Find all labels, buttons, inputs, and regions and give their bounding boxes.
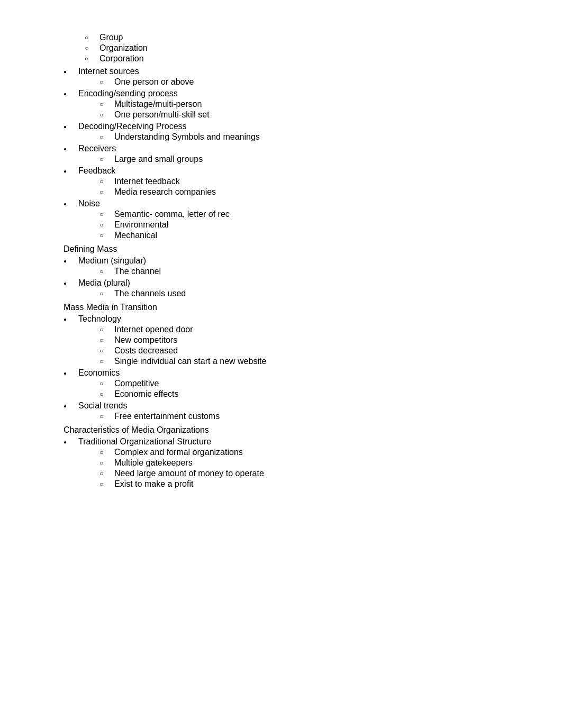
list-item: Need large amount of money to operate (99, 469, 520, 478)
section-heading-defining-mass: Defining Mass (64, 244, 520, 254)
list-item: Understanding Symbols and meanings (99, 132, 520, 142)
list-item: Single individual can start a new websit… (99, 357, 520, 366)
section-0: Internet sources One person or above Enc… (64, 67, 520, 240)
level2-list: Large and small groups (99, 154, 520, 164)
level2-list: Internet feedback Media research compani… (99, 177, 520, 197)
section-2: Mass Media in Transition Technology Inte… (64, 303, 520, 421)
section-1: Defining Mass Medium (singular) The chan… (64, 244, 520, 298)
list-item: Feedback Internet feedback Media researc… (64, 166, 520, 197)
top-sublist: Group Organization Corporation (85, 33, 520, 63)
list-item: Competitive (99, 379, 520, 388)
list-item: Noise Semantic- comma, letter of rec Env… (64, 199, 520, 240)
list-item: Corporation (85, 54, 520, 63)
list-item: The channel (99, 267, 520, 276)
list-item: Large and small groups (99, 154, 520, 164)
list-item: Internet opened door (99, 325, 520, 334)
top-continuation-block: Group Organization Corporation (64, 33, 520, 63)
level2-list: One person or above (99, 77, 520, 87)
list-item: Decoding/Receiving Process Understanding… (64, 122, 520, 142)
list-item: Social trends Free entertainment customs (64, 401, 520, 421)
level2-list: Complex and formal organizations Multipl… (99, 448, 520, 489)
level2-list: Free entertainment customs (99, 412, 520, 421)
list-item: Medium (singular) The channel (64, 256, 520, 276)
list-item: Multiple gatekeepers (99, 458, 520, 468)
level2-list: The channel (99, 267, 520, 276)
list-item: Costs decreased (99, 346, 520, 356)
list-item: One person or above (99, 77, 520, 87)
list-item: Media (plural) The channels used (64, 278, 520, 298)
list-item: New competitors (99, 335, 520, 345)
level2-list: The channels used (99, 289, 520, 298)
section-heading-characteristics: Characteristics of Media Organizations (64, 425, 520, 435)
level1-list-1: Medium (singular) The channel Media (plu… (64, 256, 520, 298)
level2-list: Multistage/multi-person One person/multi… (99, 99, 520, 120)
list-item: Traditional Organizational Structure Com… (64, 437, 520, 489)
list-item: Complex and formal organizations (99, 448, 520, 457)
list-item: Economic effects (99, 389, 520, 399)
list-item: Internet feedback (99, 177, 520, 186)
section-3: Characteristics of Media Organizations T… (64, 425, 520, 489)
list-item: The channels used (99, 289, 520, 298)
list-item: Encoding/sending process Multistage/mult… (64, 89, 520, 120)
level1-list-2: Technology Internet opened door New comp… (64, 314, 520, 421)
list-item: Receivers Large and small groups (64, 144, 520, 164)
list-item: Free entertainment customs (99, 412, 520, 421)
level2-list: Competitive Economic effects (99, 379, 520, 399)
list-item: One person/multi-skill set (99, 110, 520, 120)
level1-list-3: Traditional Organizational Structure Com… (64, 437, 520, 489)
list-item: Technology Internet opened door New comp… (64, 314, 520, 366)
level2-list: Semantic- comma, letter of rec Environme… (99, 210, 520, 240)
list-item: Mechanical (99, 231, 520, 240)
list-item: Multistage/multi-person (99, 99, 520, 109)
section-heading-mass-media: Mass Media in Transition (64, 303, 520, 312)
level2-list: Understanding Symbols and meanings (99, 132, 520, 142)
list-item: Organization (85, 43, 520, 53)
list-item: Environmental (99, 220, 520, 230)
list-item: Exist to make a profit (99, 479, 520, 489)
level2-list: Internet opened door New competitors Cos… (99, 325, 520, 366)
list-item: Semantic- comma, letter of rec (99, 210, 520, 219)
list-item: Media research companies (99, 187, 520, 197)
list-item: Group (85, 33, 520, 42)
list-item: Economics Competitive Economic effects (64, 368, 520, 399)
list-item: Internet sources One person or above (64, 67, 520, 87)
level1-list-0: Internet sources One person or above Enc… (64, 67, 520, 240)
